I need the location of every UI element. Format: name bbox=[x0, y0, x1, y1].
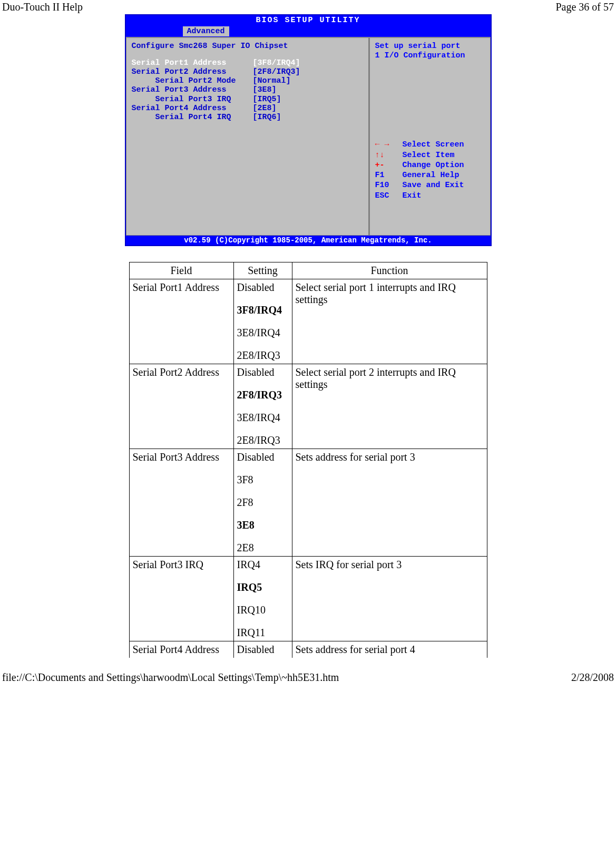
bios-help-panel: Set up serial port 1 I/O Configuration ←… bbox=[369, 37, 491, 236]
bios-setting-label: Serial Port4 IRQ bbox=[132, 113, 253, 122]
bios-nav-key: +- bbox=[375, 161, 403, 170]
setting-option: IRQ5 bbox=[237, 581, 289, 593]
setting-option: IRQ11 bbox=[237, 627, 289, 639]
bios-setting-row: Serial Port3 IRQ[IRQ5] bbox=[132, 95, 363, 104]
bios-setting-row: Serial Port4 Address[2E8] bbox=[132, 104, 363, 113]
bios-nav-label: General Help bbox=[403, 171, 459, 180]
cell-function: Select serial port 1 interrupts and IRQ … bbox=[292, 279, 487, 364]
setting-option: Disabled bbox=[237, 366, 289, 378]
bios-setting-row: Serial Port4 IRQ[IRQ6] bbox=[132, 113, 363, 122]
setting-option: Disabled bbox=[237, 451, 289, 463]
setting-option: 3E8 bbox=[237, 519, 289, 531]
bios-nav-label: Save and Exit bbox=[403, 181, 464, 190]
bios-nav-row: ← →Select Screen bbox=[375, 140, 485, 149]
bios-config-heading: Configure Smc268 Super IO Chipset bbox=[132, 42, 363, 51]
bios-setting-label: Serial Port4 Address bbox=[132, 104, 253, 113]
cell-field: Serial Port1 Address bbox=[129, 279, 233, 364]
bios-setting-label: Serial Port2 Address bbox=[132, 67, 253, 76]
page-footer: file://C:\Documents and Settings\harwood… bbox=[0, 670, 616, 685]
bios-nav-key: F1 bbox=[375, 171, 403, 180]
setting-option: 2E8/IRQ3 bbox=[237, 349, 289, 362]
cell-setting: Disabled3F8/IRQ43E8/IRQ42E8/IRQ3 bbox=[233, 279, 292, 364]
cell-field: Serial Port3 Address bbox=[129, 449, 233, 557]
cell-field: Serial Port2 Address bbox=[129, 364, 233, 449]
cell-setting: Disabled bbox=[233, 641, 292, 658]
bios-setting-value: [IRQ6] bbox=[253, 113, 281, 122]
setting-option: 2E8/IRQ3 bbox=[237, 434, 289, 446]
bios-setting-row: Serial Port3 Address[3E8] bbox=[132, 85, 363, 94]
bios-help-line1: Set up serial port bbox=[375, 42, 485, 51]
setting-option: Disabled bbox=[237, 644, 289, 656]
bios-nav-label: Exit bbox=[403, 191, 422, 200]
bios-setting-value: [Normal] bbox=[253, 76, 291, 85]
bios-help-line2: 1 I/O Configuration bbox=[375, 51, 485, 60]
bios-setting-value: [IRQ5] bbox=[253, 95, 281, 104]
setting-option: 2F8/IRQ3 bbox=[237, 389, 289, 401]
table-row: Serial Port1 AddressDisabled3F8/IRQ43E8/… bbox=[129, 279, 487, 364]
table-row: Serial Port3 IRQIRQ4IRQ5IRQ10IRQ11Sets I… bbox=[129, 557, 487, 641]
cell-function: Sets address for serial port 4 bbox=[292, 641, 487, 658]
setting-option: IRQ10 bbox=[237, 604, 289, 616]
tab-advanced: Advanced bbox=[183, 26, 229, 36]
setting-option: 2E8 bbox=[237, 542, 289, 554]
bios-nav-row: +-Change Option bbox=[375, 161, 485, 170]
bios-tab-bar: Advanced bbox=[126, 25, 491, 37]
page-header: Duo-Touch II Help Page 36 of 57 bbox=[0, 0, 616, 14]
bios-setting-row: Serial Port1 Address[3F8/IRQ4] bbox=[132, 59, 363, 67]
file-date: 2/28/2008 bbox=[571, 671, 614, 684]
setting-option: 3F8 bbox=[237, 474, 289, 486]
bios-setting-row: Serial Port2 Mode[Normal] bbox=[132, 76, 363, 85]
settings-table: Field Setting Function Serial Port1 Addr… bbox=[129, 262, 487, 658]
bios-title: BIOS SETUP UTILITY bbox=[126, 15, 491, 25]
bios-setting-label: Serial Port3 IRQ bbox=[132, 95, 253, 104]
cell-setting: Disabled3F82F83E82E8 bbox=[233, 449, 292, 557]
setting-option: Disabled bbox=[237, 281, 289, 294]
bios-screenshot: BIOS SETUP UTILITY Advanced Configure Sm… bbox=[125, 14, 492, 246]
cell-function: Sets IRQ for serial port 3 bbox=[292, 557, 487, 641]
col-function: Function bbox=[292, 262, 487, 279]
bios-nav-key: ← → bbox=[375, 140, 403, 149]
table-row: Serial Port3 AddressDisabled3F82F83E82E8… bbox=[129, 449, 487, 557]
cell-function: Sets address for serial port 3 bbox=[292, 449, 487, 557]
cell-setting: IRQ4IRQ5IRQ10IRQ11 bbox=[233, 557, 292, 641]
help-title: Duo-Touch II Help bbox=[2, 1, 83, 13]
bios-setting-label: Serial Port2 Mode bbox=[132, 76, 253, 85]
bios-main-panel: Configure Smc268 Super IO Chipset Serial… bbox=[126, 37, 369, 236]
setting-option: 3F8/IRQ4 bbox=[237, 304, 289, 316]
bios-setting-value: [3E8] bbox=[253, 85, 277, 94]
bios-setting-row: Serial Port2 Address[2F8/IRQ3] bbox=[132, 67, 363, 76]
bios-nav-key: ↑↓ bbox=[375, 151, 403, 160]
bios-nav-label: Select Screen bbox=[403, 140, 464, 149]
bios-setting-value: [3F8/IRQ4] bbox=[253, 59, 300, 67]
col-setting: Setting bbox=[233, 262, 292, 279]
bios-copyright: v02.59 (C)Copyright 1985-2005, American … bbox=[126, 236, 491, 245]
bios-nav-label: Select Item bbox=[403, 151, 455, 160]
setting-option: 3E8/IRQ4 bbox=[237, 412, 289, 424]
bios-nav-row: F10Save and Exit bbox=[375, 181, 485, 190]
bios-nav-row: ESCExit bbox=[375, 191, 485, 200]
table-row: Serial Port4 AddressDisabledSets address… bbox=[129, 641, 487, 658]
bios-nav-label: Change Option bbox=[403, 161, 464, 170]
cell-setting: Disabled2F8/IRQ33E8/IRQ42E8/IRQ3 bbox=[233, 364, 292, 449]
bios-nav-key: ESC bbox=[375, 191, 403, 200]
bios-setting-label: Serial Port3 Address bbox=[132, 85, 253, 94]
table-row: Serial Port2 AddressDisabled2F8/IRQ33E8/… bbox=[129, 364, 487, 449]
bios-setting-value: [2E8] bbox=[253, 104, 277, 113]
setting-option: IRQ4 bbox=[237, 559, 289, 571]
cell-field: Serial Port4 Address bbox=[129, 641, 233, 658]
bios-setting-label: Serial Port1 Address bbox=[132, 59, 253, 67]
bios-nav-key: F10 bbox=[375, 181, 403, 190]
file-path: file://C:\Documents and Settings\harwood… bbox=[2, 671, 339, 684]
setting-option: 2F8 bbox=[237, 496, 289, 509]
cell-function: Select serial port 2 interrupts and IRQ … bbox=[292, 364, 487, 449]
setting-option: 3E8/IRQ4 bbox=[237, 327, 289, 339]
bios-nav-row: F1General Help bbox=[375, 171, 485, 180]
page-number: Page 36 of 57 bbox=[555, 1, 614, 13]
bios-setting-value: [2F8/IRQ3] bbox=[253, 67, 300, 76]
col-field: Field bbox=[129, 262, 233, 279]
cell-field: Serial Port3 IRQ bbox=[129, 557, 233, 641]
bios-nav-row: ↑↓Select Item bbox=[375, 151, 485, 160]
